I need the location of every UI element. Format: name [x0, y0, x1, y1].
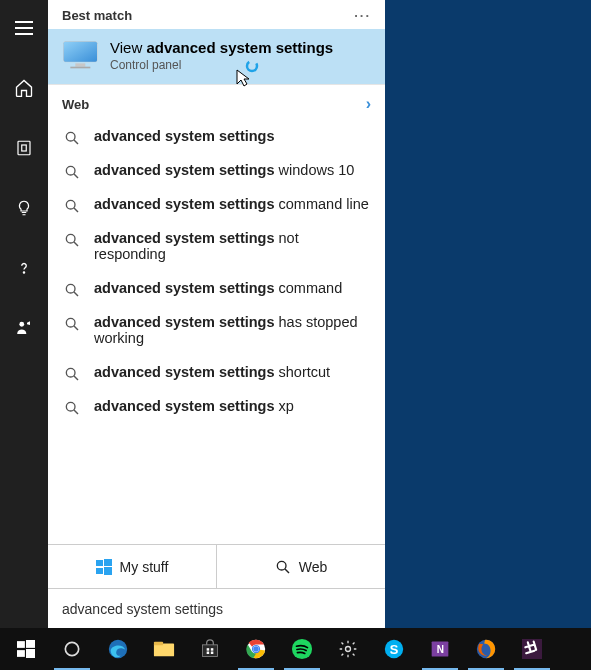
- result-bold: advanced system settings: [94, 398, 275, 414]
- svg-point-18: [66, 318, 75, 327]
- svg-point-20: [66, 368, 75, 377]
- svg-text:N: N: [437, 644, 444, 655]
- svg-rect-32: [26, 640, 35, 648]
- result-rest: command: [275, 280, 343, 296]
- svg-point-47: [253, 646, 259, 652]
- svg-line-13: [74, 208, 78, 212]
- search-input[interactable]: [62, 601, 371, 617]
- taskbar-store[interactable]: [188, 628, 232, 670]
- svg-rect-24: [96, 560, 103, 566]
- svg-point-8: [66, 132, 75, 141]
- taskbar-firefox[interactable]: [464, 628, 508, 670]
- feedback-icon[interactable]: [0, 308, 48, 348]
- svg-line-15: [74, 242, 78, 246]
- notebook-icon[interactable]: [0, 128, 48, 168]
- web-result[interactable]: advanced system settings not responding: [48, 221, 385, 271]
- taskbar-skype[interactable]: S: [372, 628, 416, 670]
- monitor-icon: [62, 39, 102, 71]
- tab-web[interactable]: Web: [216, 545, 385, 588]
- svg-line-19: [74, 326, 78, 330]
- web-result[interactable]: advanced system settings xp: [48, 389, 385, 423]
- svg-point-2: [23, 272, 24, 273]
- svg-rect-38: [154, 642, 163, 646]
- filter-tabs: My stuff Web: [48, 544, 385, 588]
- best-match-header: Best match ···: [48, 0, 385, 29]
- web-results-list: advanced system settingsadvanced system …: [48, 119, 385, 544]
- svg-rect-43: [211, 652, 214, 655]
- svg-rect-40: [207, 648, 210, 651]
- svg-rect-7: [70, 67, 90, 69]
- tab-web-label: Web: [299, 559, 328, 575]
- svg-point-14: [66, 234, 75, 243]
- taskbar-chrome[interactable]: [234, 628, 278, 670]
- best-match-subtitle: Control panel: [110, 58, 371, 72]
- search-panel: Best match ··· View advanced system sett…: [48, 0, 385, 628]
- best-match-title: View advanced system settings: [110, 39, 371, 56]
- svg-rect-25: [104, 559, 112, 566]
- svg-point-12: [66, 200, 75, 209]
- svg-point-16: [66, 284, 75, 293]
- taskbar-spotify[interactable]: [280, 628, 324, 670]
- taskbar-onenote[interactable]: N: [418, 628, 462, 670]
- lightbulb-icon[interactable]: [0, 188, 48, 228]
- web-label: Web: [62, 97, 89, 112]
- hamburger-icon[interactable]: [0, 8, 48, 48]
- cortana-sidebar: [0, 0, 48, 628]
- svg-rect-42: [207, 652, 210, 655]
- svg-point-22: [66, 402, 75, 411]
- web-result[interactable]: advanced system settings windows 10: [48, 153, 385, 187]
- best-match-result[interactable]: View advanced system settings Control pa…: [48, 29, 385, 84]
- web-result[interactable]: advanced system settings: [48, 119, 385, 153]
- svg-point-10: [66, 166, 75, 175]
- taskbar-settings[interactable]: [326, 628, 370, 670]
- svg-rect-1: [22, 145, 27, 151]
- svg-line-29: [285, 569, 289, 573]
- home-icon[interactable]: [0, 68, 48, 108]
- svg-rect-27: [104, 567, 112, 575]
- svg-rect-39: [203, 645, 218, 657]
- svg-rect-34: [26, 649, 35, 658]
- result-bold: advanced system settings: [94, 314, 275, 330]
- taskbar-explorer[interactable]: [142, 628, 186, 670]
- windows-logo-icon: [96, 559, 112, 575]
- svg-rect-41: [211, 648, 214, 651]
- taskbar: S N: [0, 628, 591, 670]
- svg-line-23: [74, 410, 78, 414]
- svg-rect-6: [75, 63, 85, 66]
- result-bold: advanced system settings: [94, 162, 275, 178]
- taskbar-slack[interactable]: [510, 628, 554, 670]
- svg-line-17: [74, 292, 78, 296]
- result-bold: advanced system settings: [94, 196, 275, 212]
- web-header: Web ›: [48, 84, 385, 119]
- taskbar-edge[interactable]: [96, 628, 140, 670]
- taskbar-cortana[interactable]: [50, 628, 94, 670]
- svg-line-21: [74, 376, 78, 380]
- svg-rect-5: [64, 42, 97, 62]
- web-result[interactable]: advanced system settings has stopped wor…: [48, 305, 385, 355]
- best-match-label: Best match: [62, 8, 132, 23]
- result-rest: shortcut: [275, 364, 331, 380]
- tab-my-stuff-label: My stuff: [120, 559, 169, 575]
- svg-point-3: [19, 322, 24, 327]
- svg-rect-0: [18, 141, 30, 155]
- svg-point-28: [277, 561, 286, 570]
- web-result[interactable]: advanced system settings command line: [48, 187, 385, 221]
- more-icon[interactable]: ···: [354, 8, 371, 23]
- result-bold: advanced system settings: [94, 364, 275, 380]
- result-rest: windows 10: [275, 162, 355, 178]
- search-box[interactable]: [48, 588, 385, 628]
- result-rest: xp: [275, 398, 294, 414]
- result-rest: command line: [275, 196, 369, 212]
- result-bold: advanced system settings: [94, 230, 275, 246]
- start-button[interactable]: [4, 628, 48, 670]
- svg-point-49: [346, 647, 351, 652]
- chevron-right-icon[interactable]: ›: [366, 95, 371, 113]
- tab-my-stuff[interactable]: My stuff: [48, 545, 216, 588]
- svg-rect-33: [17, 650, 25, 657]
- search-icon: [275, 559, 291, 575]
- svg-rect-55: [522, 639, 542, 659]
- web-result[interactable]: advanced system settings command: [48, 271, 385, 305]
- web-result[interactable]: advanced system settings shortcut: [48, 355, 385, 389]
- help-icon[interactable]: [0, 248, 48, 288]
- result-bold: advanced system settings: [94, 280, 275, 296]
